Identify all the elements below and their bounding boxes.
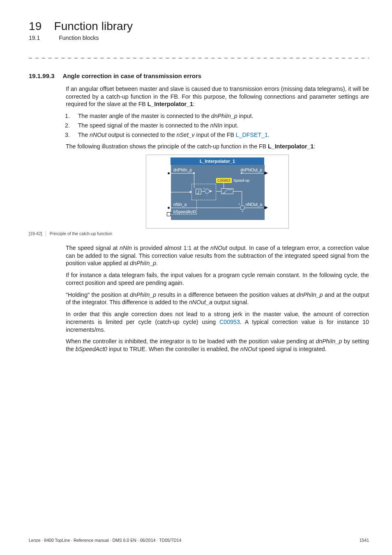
- signal-line: [242, 173, 265, 173]
- diagram-title: L_Interpolator_1: [171, 157, 264, 165]
- text: input of the FB: [195, 132, 236, 138]
- param-label: Speed-up: [233, 178, 249, 183]
- text: The speed signal of the master is connec…: [78, 122, 210, 129]
- list-item: 2. The speed signal of the master is con…: [71, 122, 369, 130]
- list-number: 2.: [71, 122, 76, 130]
- limiter-block: [221, 188, 233, 194]
- text: "Holding" the position at: [66, 291, 130, 298]
- signal-name: nNIn: [120, 245, 132, 251]
- text: speed signal is integrated.: [257, 346, 327, 352]
- text: When the controller is inhibited, the in…: [66, 338, 316, 345]
- diagram-figure: L_Interpolator_1 dnPhiIn_p dnPhiOut_p C0…: [146, 155, 289, 229]
- signal-name: dnPhiIn_p: [130, 291, 156, 298]
- signal-line: [233, 191, 242, 192]
- text: input to TRUE. When the controller is en…: [107, 346, 240, 352]
- steps-list: 1. The master angle of the master is con…: [66, 112, 369, 139]
- subsection-title: Angle correction in case of transmission…: [63, 72, 202, 79]
- arrow-icon: [210, 190, 212, 192]
- text: :: [193, 101, 195, 107]
- list-number: 1.: [71, 112, 76, 120]
- caption-tag: [19-42]: [29, 231, 42, 237]
- text: output is connected to the: [106, 132, 176, 138]
- text: output signal.: [212, 299, 249, 305]
- text: results in a difference between the posi…: [156, 291, 297, 298]
- caption-text: Principle of the catch-up function: [50, 231, 112, 237]
- lead-paragraph: The following illustration shows the pri…: [66, 143, 369, 150]
- plus-sign: +: [238, 203, 240, 206]
- body-paragraph: In order that this angle correction does…: [66, 310, 369, 333]
- signal-name: nNOut: [210, 245, 227, 251]
- chapter-title: Function library: [54, 20, 133, 33]
- plus-sign: +: [242, 210, 244, 213]
- signal-line-dashed: [196, 200, 197, 214]
- bool-port-box: [167, 212, 171, 216]
- signal-line: [171, 208, 240, 208]
- text: input.: [222, 122, 238, 129]
- list-item: 1. The master angle of the master is con…: [71, 112, 369, 120]
- signal-line: [171, 173, 194, 173]
- signal-name: dnPhiIn_p: [211, 113, 238, 119]
- plus-sign: +: [203, 187, 205, 190]
- subsection-number: 19.1.99.3: [29, 72, 55, 79]
- port-label-nNOut: nNOut_a: [246, 202, 262, 207]
- text: The master angle of the master is connec…: [78, 113, 211, 119]
- signal-name: dnPhiIn_p: [130, 260, 156, 266]
- node-dot: [241, 172, 242, 174]
- chapter-number: 19: [29, 20, 42, 33]
- fb-name: L_Interpolator_1: [268, 143, 314, 150]
- signal-line: [216, 191, 221, 192]
- section-title: Function blocks: [59, 35, 99, 41]
- signal-line: [224, 183, 224, 188]
- port-label-dnPhiIn: dnPhiIn_p: [173, 167, 192, 173]
- dashed-group: [191, 184, 216, 200]
- signal-line: [171, 192, 191, 192]
- fb-link[interactable]: L_DFSET_1: [236, 132, 268, 138]
- section-number: 19.1: [29, 35, 40, 41]
- fb-name: L_Interpolator_1: [148, 101, 193, 107]
- footer-page-number: 1541: [360, 538, 369, 543]
- signal-line: [201, 191, 205, 192]
- text: If an angular offset between master and …: [66, 86, 369, 107]
- signal-name: nNOut: [90, 132, 106, 138]
- signal-name: nNOut_a: [189, 299, 212, 305]
- intro-paragraph: If an angular offset between master and …: [66, 85, 369, 108]
- text: :: [314, 143, 315, 150]
- arrow-icon: [190, 191, 192, 193]
- list-item: 3. The nNOut output is connected to the …: [71, 131, 369, 139]
- signal-name: nNOut: [240, 346, 257, 352]
- caption-divider: [46, 231, 46, 237]
- signal-name: nSet_v: [176, 132, 194, 138]
- signal-line: [245, 208, 265, 208]
- text: .: [268, 132, 270, 138]
- body-paragraph: If for instance a data telegram fails, t…: [66, 271, 369, 287]
- body-paragraph: The speed signal at nNIn is provided alm…: [66, 244, 369, 267]
- figure-caption: [19-42] Principle of the catch-up functi…: [29, 231, 369, 237]
- text: The: [78, 132, 90, 138]
- diagram-body: dnPhiIn_p dnPhiOut_p C00953 Speed-up: [171, 165, 265, 220]
- signal-name: dnPhiIn_p: [297, 291, 323, 298]
- text: The speed signal at: [66, 245, 120, 251]
- signal-name: nNIn: [210, 122, 222, 129]
- signal-name: dnPhiIn_p: [316, 338, 342, 345]
- integrator-block: [196, 189, 201, 194]
- footer-left: Lenze · 8400 TopLine · Reference manual …: [29, 538, 181, 543]
- signal-name: bSpeedAct0: [76, 346, 107, 352]
- text: input.: [238, 113, 254, 119]
- param-code-badge: C00953: [216, 178, 232, 183]
- port-label-nNIn: nNIn_a: [173, 202, 187, 207]
- signal-line: [242, 191, 242, 205]
- signal-line-dashed: [171, 214, 196, 215]
- port-label-dnPhiOut: dnPhiOut_p: [240, 167, 262, 173]
- separator-dashes: _ _ _ _ _ _ _ _ _ _ _ _ _ _ _ _ _ _ _ _ …: [29, 52, 369, 58]
- text: The following illustration shows the pri…: [66, 143, 268, 150]
- minus-sign: -: [206, 194, 208, 197]
- text: is provided almost 1:1 at the: [132, 245, 210, 251]
- body-paragraph: "Holding" the position at dnPhiIn_p resu…: [66, 291, 369, 306]
- body-paragraph: When the controller is inhibited, the in…: [66, 338, 369, 353]
- param-link[interactable]: C00953: [219, 319, 240, 325]
- text: .: [156, 260, 158, 266]
- signal-line: [194, 173, 194, 188]
- list-number: 3.: [71, 131, 76, 139]
